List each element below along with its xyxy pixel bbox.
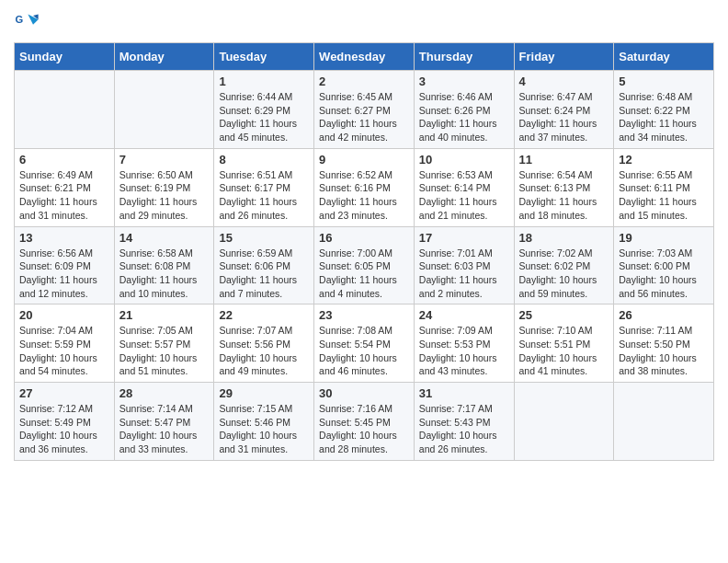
- day-number: 8: [219, 153, 309, 167]
- day-content: Sunrise: 6:53 AM Sunset: 6:14 PM Dayligh…: [419, 168, 509, 223]
- day-content: Sunrise: 6:54 AM Sunset: 6:13 PM Dayligh…: [519, 168, 609, 223]
- logo-icon: G: [14, 9, 40, 35]
- calendar-week-2: 6Sunrise: 6:49 AM Sunset: 6:21 PM Daylig…: [15, 148, 714, 226]
- calendar-cell: 13Sunrise: 6:56 AM Sunset: 6:09 PM Dayli…: [15, 226, 115, 304]
- calendar-cell: 3Sunrise: 6:46 AM Sunset: 6:26 PM Daylig…: [414, 71, 514, 149]
- day-content: Sunrise: 6:51 AM Sunset: 6:17 PM Dayligh…: [219, 168, 309, 223]
- day-content: Sunrise: 7:08 AM Sunset: 5:54 PM Dayligh…: [319, 324, 409, 378]
- calendar-cell: 16Sunrise: 7:00 AM Sunset: 6:05 PM Dayli…: [314, 226, 415, 304]
- day-number: 28: [119, 386, 210, 400]
- day-number: 22: [219, 308, 309, 322]
- day-content: Sunrise: 6:52 AM Sunset: 6:16 PM Dayligh…: [319, 168, 409, 223]
- calendar-cell: 8Sunrise: 6:51 AM Sunset: 6:17 PM Daylig…: [214, 148, 314, 226]
- calendar-cell: 26Sunrise: 7:11 AM Sunset: 5:50 PM Dayli…: [614, 304, 714, 383]
- calendar-cell: [114, 71, 214, 149]
- day-content: Sunrise: 7:00 AM Sunset: 6:05 PM Dayligh…: [319, 247, 409, 301]
- calendar-header-row: SundayMondayTuesdayWednesdayThursdayFrid…: [15, 43, 714, 71]
- day-number: 26: [619, 308, 709, 322]
- day-content: Sunrise: 7:11 AM Sunset: 5:50 PM Dayligh…: [619, 324, 709, 378]
- calendar-cell: 7Sunrise: 6:50 AM Sunset: 6:19 PM Daylig…: [114, 148, 214, 226]
- day-content: Sunrise: 7:10 AM Sunset: 5:51 PM Dayligh…: [519, 324, 609, 378]
- calendar-cell: 10Sunrise: 6:53 AM Sunset: 6:14 PM Dayli…: [414, 148, 514, 226]
- calendar-cell: 31Sunrise: 7:17 AM Sunset: 5:43 PM Dayli…: [414, 383, 514, 461]
- day-content: Sunrise: 6:48 AM Sunset: 6:22 PM Dayligh…: [619, 90, 709, 144]
- day-content: Sunrise: 7:16 AM Sunset: 5:45 PM Dayligh…: [319, 402, 409, 456]
- day-content: Sunrise: 7:09 AM Sunset: 5:53 PM Dayligh…: [419, 324, 509, 378]
- calendar-cell: 1Sunrise: 6:44 AM Sunset: 6:29 PM Daylig…: [214, 71, 314, 149]
- day-header-sunday: Sunday: [15, 43, 115, 71]
- day-header-friday: Friday: [514, 43, 614, 71]
- calendar-cell: 28Sunrise: 7:14 AM Sunset: 5:47 PM Dayli…: [114, 383, 214, 461]
- calendar-cell: 23Sunrise: 7:08 AM Sunset: 5:54 PM Dayli…: [314, 304, 415, 383]
- day-number: 10: [419, 153, 509, 167]
- day-number: 4: [519, 75, 609, 88]
- logo: G: [14, 9, 43, 35]
- day-number: 14: [119, 231, 210, 245]
- calendar-cell: [15, 71, 115, 149]
- day-number: 3: [419, 75, 509, 88]
- day-content: Sunrise: 6:56 AM Sunset: 6:09 PM Dayligh…: [19, 247, 109, 301]
- day-header-saturday: Saturday: [614, 43, 714, 71]
- day-number: 13: [19, 231, 109, 245]
- calendar-cell: 5Sunrise: 6:48 AM Sunset: 6:22 PM Daylig…: [614, 71, 714, 149]
- day-number: 5: [619, 75, 709, 88]
- day-content: Sunrise: 6:44 AM Sunset: 6:29 PM Dayligh…: [219, 90, 309, 144]
- day-content: Sunrise: 7:02 AM Sunset: 6:02 PM Dayligh…: [519, 247, 609, 301]
- calendar-cell: 20Sunrise: 7:04 AM Sunset: 5:59 PM Dayli…: [15, 304, 115, 383]
- day-number: 24: [419, 308, 509, 322]
- calendar-cell: [514, 383, 614, 461]
- calendar-cell: 17Sunrise: 7:01 AM Sunset: 6:03 PM Dayli…: [414, 226, 514, 304]
- header: G: [14, 9, 714, 35]
- calendar-week-4: 20Sunrise: 7:04 AM Sunset: 5:59 PM Dayli…: [15, 304, 714, 383]
- day-content: Sunrise: 6:45 AM Sunset: 6:27 PM Dayligh…: [319, 90, 409, 144]
- calendar-table: SundayMondayTuesdayWednesdayThursdayFrid…: [14, 42, 714, 461]
- day-number: 12: [619, 153, 709, 167]
- calendar-cell: 30Sunrise: 7:16 AM Sunset: 5:45 PM Dayli…: [314, 383, 415, 461]
- day-number: 27: [19, 386, 109, 400]
- day-number: 31: [419, 386, 509, 400]
- calendar-cell: 18Sunrise: 7:02 AM Sunset: 6:02 PM Dayli…: [514, 226, 614, 304]
- day-number: 25: [519, 308, 609, 322]
- calendar-cell: 9Sunrise: 6:52 AM Sunset: 6:16 PM Daylig…: [314, 148, 415, 226]
- day-number: 18: [519, 231, 609, 245]
- calendar-cell: 11Sunrise: 6:54 AM Sunset: 6:13 PM Dayli…: [514, 148, 614, 226]
- calendar-cell: [614, 383, 714, 461]
- day-content: Sunrise: 7:03 AM Sunset: 6:00 PM Dayligh…: [619, 247, 709, 301]
- calendar-cell: 19Sunrise: 7:03 AM Sunset: 6:00 PM Dayli…: [614, 226, 714, 304]
- calendar-week-1: 1Sunrise: 6:44 AM Sunset: 6:29 PM Daylig…: [15, 71, 714, 149]
- day-number: 30: [319, 386, 409, 400]
- calendar-cell: 25Sunrise: 7:10 AM Sunset: 5:51 PM Dayli…: [514, 304, 614, 383]
- day-number: 16: [319, 231, 409, 245]
- calendar-week-3: 13Sunrise: 6:56 AM Sunset: 6:09 PM Dayli…: [15, 226, 714, 304]
- day-number: 29: [219, 386, 309, 400]
- day-content: Sunrise: 7:01 AM Sunset: 6:03 PM Dayligh…: [419, 247, 509, 301]
- calendar-cell: 14Sunrise: 6:58 AM Sunset: 6:08 PM Dayli…: [114, 226, 214, 304]
- day-content: Sunrise: 6:50 AM Sunset: 6:19 PM Dayligh…: [119, 168, 210, 223]
- calendar-week-5: 27Sunrise: 7:12 AM Sunset: 5:49 PM Dayli…: [15, 383, 714, 461]
- calendar-cell: 21Sunrise: 7:05 AM Sunset: 5:57 PM Dayli…: [114, 304, 214, 383]
- day-content: Sunrise: 6:55 AM Sunset: 6:11 PM Dayligh…: [619, 168, 709, 223]
- calendar-cell: 2Sunrise: 6:45 AM Sunset: 6:27 PM Daylig…: [314, 71, 415, 149]
- day-content: Sunrise: 7:07 AM Sunset: 5:56 PM Dayligh…: [219, 324, 309, 378]
- calendar-cell: 15Sunrise: 6:59 AM Sunset: 6:06 PM Dayli…: [214, 226, 314, 304]
- day-number: 7: [119, 153, 210, 167]
- day-content: Sunrise: 6:59 AM Sunset: 6:06 PM Dayligh…: [219, 247, 309, 301]
- day-number: 23: [319, 308, 409, 322]
- calendar-cell: 12Sunrise: 6:55 AM Sunset: 6:11 PM Dayli…: [614, 148, 714, 226]
- day-number: 11: [519, 153, 609, 167]
- svg-text:G: G: [15, 14, 23, 25]
- day-header-monday: Monday: [114, 43, 214, 71]
- day-number: 15: [219, 231, 309, 245]
- calendar-cell: 24Sunrise: 7:09 AM Sunset: 5:53 PM Dayli…: [414, 304, 514, 383]
- day-content: Sunrise: 6:58 AM Sunset: 6:08 PM Dayligh…: [119, 247, 210, 301]
- day-number: 9: [319, 153, 409, 167]
- day-number: 1: [219, 75, 309, 88]
- calendar-cell: 6Sunrise: 6:49 AM Sunset: 6:21 PM Daylig…: [15, 148, 115, 226]
- day-content: Sunrise: 7:04 AM Sunset: 5:59 PM Dayligh…: [19, 324, 109, 378]
- calendar-cell: 29Sunrise: 7:15 AM Sunset: 5:46 PM Dayli…: [214, 383, 314, 461]
- day-number: 6: [19, 153, 109, 167]
- day-content: Sunrise: 7:05 AM Sunset: 5:57 PM Dayligh…: [119, 324, 210, 378]
- day-header-thursday: Thursday: [414, 43, 514, 71]
- day-content: Sunrise: 6:47 AM Sunset: 6:24 PM Dayligh…: [519, 90, 609, 144]
- calendar-cell: 27Sunrise: 7:12 AM Sunset: 5:49 PM Dayli…: [15, 383, 115, 461]
